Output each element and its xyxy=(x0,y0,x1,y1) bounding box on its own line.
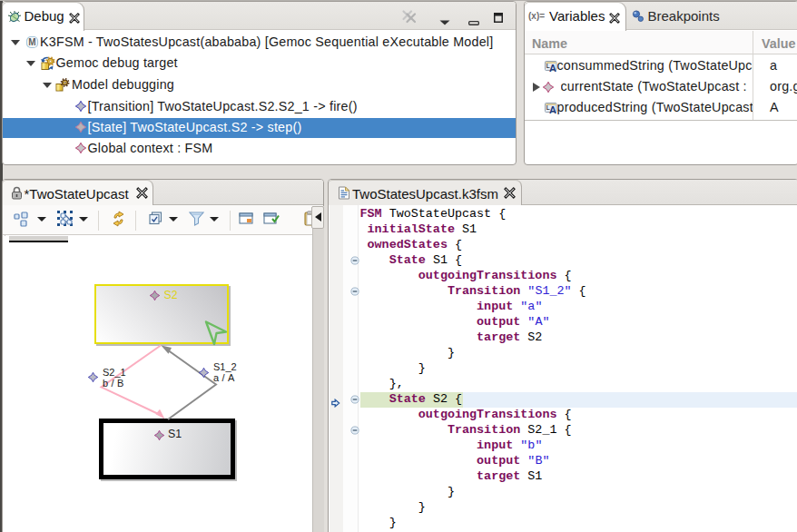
svg-text:A: A xyxy=(549,103,556,114)
svg-text:M: M xyxy=(28,37,36,47)
svg-text:A: A xyxy=(549,62,556,73)
